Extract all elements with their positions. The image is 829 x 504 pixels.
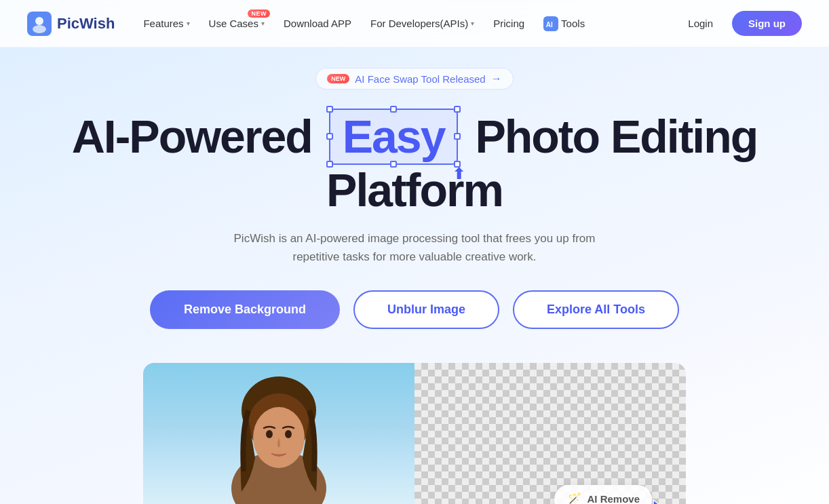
nav-label-use-cases: Use Cases — [209, 18, 258, 29]
nav-item-developers[interactable]: For Developers(APIs) ▾ — [362, 12, 482, 35]
nav-item-download[interactable]: Download APP — [275, 12, 360, 35]
person-image — [197, 370, 360, 504]
svg-point-1 — [35, 17, 43, 25]
nav-label-developers: For Developers(APIs) — [370, 18, 468, 29]
nav-right: Login Sign up — [677, 11, 802, 36]
demo-area: 🪄 AI Remove — [143, 363, 686, 504]
svg-point-10 — [266, 430, 273, 438]
cta-buttons: Remove Background Unblur Image Explore A… — [150, 290, 679, 329]
svg-text:AI: AI — [546, 20, 553, 28]
ai-icon: AI — [543, 16, 558, 31]
navbar: PicWish Features ▾ Use Cases ▾ NEW Downl… — [0, 0, 829, 47]
remove-background-button[interactable]: Remove Background — [150, 290, 340, 329]
nav-item-pricing[interactable]: Pricing — [485, 12, 533, 35]
new-badge: NEW — [248, 9, 270, 18]
logo-icon — [27, 12, 52, 36]
selection-handle-bm — [390, 161, 397, 168]
ai-remove-badge: 🪄 AI Remove — [554, 485, 652, 504]
nav-item-features[interactable]: Features ▾ — [135, 12, 197, 35]
nav-label-features: Features — [143, 18, 183, 29]
chevron-down-icon: ▾ — [261, 20, 265, 27]
nav-label-download: Download APP — [284, 18, 351, 29]
selection-handle-bl — [326, 161, 333, 168]
nav-label-tools: Tools — [561, 18, 585, 29]
nav-links: Features ▾ Use Cases ▾ NEW Download APP … — [135, 11, 677, 37]
selection-handle-mr — [454, 133, 461, 140]
heading-prefix: AI-Powered — [72, 111, 312, 162]
demo-before — [143, 363, 414, 504]
nav-item-tools[interactable]: AI Tools — [535, 11, 593, 37]
announcement-text: AI Face Swap Tool Released — [355, 73, 485, 85]
nav-label-pricing: Pricing — [493, 18, 524, 29]
heading-highlight: Easy ⬆ — [329, 109, 459, 165]
selection-handle-ml — [326, 133, 333, 140]
selection-handle-tl — [326, 106, 333, 113]
cursor-icon: ⬆ — [452, 166, 463, 182]
new-badge: NEW — [327, 74, 349, 83]
ai-remove-label: AI Remove — [587, 493, 640, 504]
selection-handle-tm — [390, 106, 397, 113]
main-content: NEW AI Face Swap Tool Released → AI-Powe… — [0, 47, 829, 504]
logo[interactable]: PicWish — [27, 12, 115, 36]
unblur-image-button[interactable]: Unblur Image — [353, 290, 499, 329]
demo-after: 🪄 AI Remove — [414, 363, 686, 504]
hero-heading: AI-Powered Easy ⬆ Photo Editing Platform — [0, 109, 829, 216]
chevron-down-icon: ▾ — [187, 20, 190, 27]
cursor-icon — [652, 499, 667, 504]
announcement-banner[interactable]: NEW AI Face Swap Tool Released → — [315, 68, 513, 90]
logo-text: PicWish — [57, 15, 115, 33]
selection-handle-tr — [454, 106, 461, 113]
svg-point-2 — [33, 25, 46, 33]
chevron-down-icon: ▾ — [471, 20, 474, 27]
explore-all-tools-button[interactable]: Explore All Tools — [513, 290, 679, 329]
signup-button[interactable]: Sign up — [732, 11, 802, 36]
announcement-arrow: → — [491, 73, 502, 85]
login-button[interactable]: Login — [677, 12, 724, 35]
svg-point-11 — [285, 430, 292, 438]
hero-subtitle: PicWish is an AI-powered image processin… — [225, 229, 604, 266]
nav-item-use-cases[interactable]: Use Cases ▾ NEW — [201, 12, 273, 35]
ai-remove-icon: 🪄 — [566, 492, 581, 504]
